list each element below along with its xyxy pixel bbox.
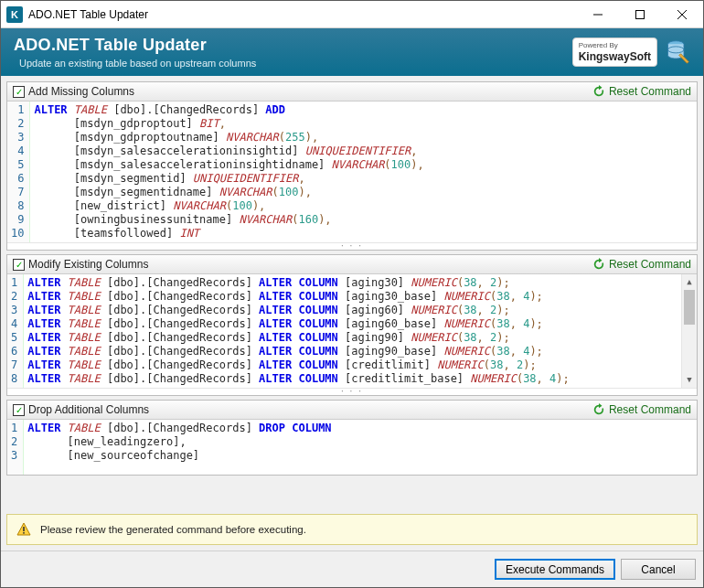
svg-rect-7 <box>23 532 25 534</box>
refresh-icon <box>592 403 605 416</box>
panel-drop-additional: ✓ Drop Additional Columns Reset Command … <box>6 400 698 476</box>
window-title: ADO.NET Table Updater <box>28 8 577 21</box>
svg-rect-1 <box>636 10 645 18</box>
panel-modify-existing: ✓ Modify Existing Columns Reset Command … <box>6 254 698 396</box>
panel-title: Drop Additional Columns <box>28 403 149 416</box>
reset-command-drop[interactable]: Reset Command <box>592 403 691 416</box>
header-title: ADO.NET Table Updater <box>14 36 572 55</box>
maximize-button[interactable] <box>619 1 661 28</box>
header-subtitle: Update an existing table based on upstre… <box>19 58 572 69</box>
execute-commands-button[interactable]: Execute Commands <box>495 559 615 580</box>
warning-icon <box>16 522 31 537</box>
scrollbar[interactable]: ▲ ▼ <box>681 274 697 388</box>
svg-rect-6 <box>23 527 25 531</box>
footer: Execute Commands Cancel <box>1 551 703 587</box>
reset-command-modify[interactable]: Reset Command <box>592 258 691 271</box>
sql-editor-drop[interactable]: 1 2 3 ALTER TABLE [dbo].[ChangedRecords]… <box>7 420 697 475</box>
scroll-up-icon[interactable]: ▲ <box>682 274 697 290</box>
window-titlebar: K ADO.NET Table Updater <box>1 1 703 28</box>
warning-text: Please review the generated command befo… <box>40 524 306 535</box>
refresh-icon <box>592 85 605 98</box>
header-banner: ADO.NET Table Updater Update an existing… <box>1 28 703 76</box>
refresh-icon <box>592 258 605 271</box>
close-button[interactable] <box>661 1 703 28</box>
brand-badge: Powered By KingswaySoft <box>572 37 657 67</box>
sql-editor-modify[interactable]: 1 2 3 4 5 6 7 8 ALTER TABLE [dbo].[Chang… <box>7 274 697 388</box>
resize-grip[interactable]: · · · <box>7 388 697 395</box>
checkbox-drop-additional[interactable]: ✓ <box>13 404 25 416</box>
minimize-button[interactable] <box>577 1 619 28</box>
panel-add-missing: ✓ Add Missing Columns Reset Command 1 2 … <box>6 81 698 251</box>
app-icon: K <box>6 6 23 23</box>
checkbox-add-missing[interactable]: ✓ <box>13 86 25 98</box>
checkbox-modify-existing[interactable]: ✓ <box>13 259 25 271</box>
panel-title: Modify Existing Columns <box>28 258 148 271</box>
scroll-thumb[interactable] <box>684 290 695 325</box>
warning-bar: Please review the generated command befo… <box>6 514 698 545</box>
sql-editor-add[interactable]: 1 2 3 4 5 6 7 8 9 10 ALTER TABLE [dbo].[… <box>7 102 697 242</box>
reset-command-add[interactable]: Reset Command <box>592 85 691 98</box>
resize-grip[interactable]: · · · <box>7 242 697 250</box>
cancel-button[interactable]: Cancel <box>621 559 696 580</box>
panel-title: Add Missing Columns <box>28 85 134 98</box>
scroll-down-icon[interactable]: ▼ <box>682 372 697 388</box>
database-icon <box>665 39 690 65</box>
